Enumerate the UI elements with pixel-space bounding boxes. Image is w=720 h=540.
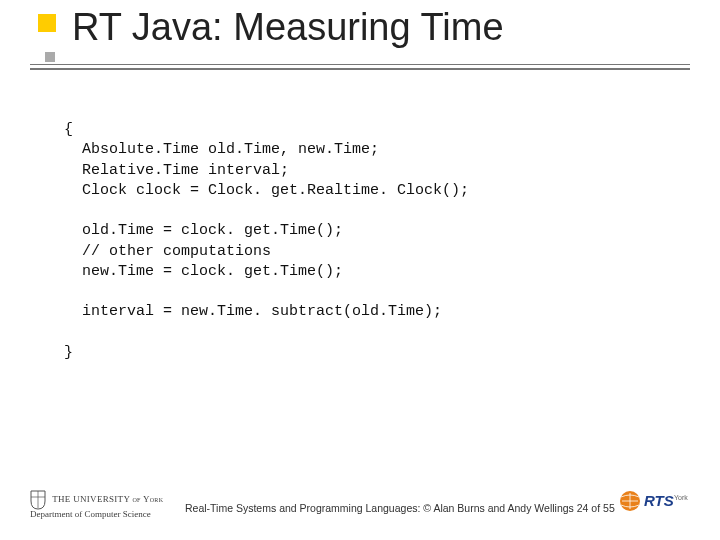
footer-text: Real-Time Systems and Programming Langua… bbox=[185, 502, 615, 514]
title-accent-square bbox=[38, 14, 56, 32]
footer: THE UNIVERSITY of York Department of Com… bbox=[20, 486, 700, 526]
code-line: Relative.Time interval; bbox=[64, 162, 289, 179]
code-block: { Absolute.Time old.Time, new.Time; Rela… bbox=[64, 120, 469, 363]
rts-logo-icon: RTS York bbox=[618, 486, 690, 516]
code-line: old.Time = clock. get.Time(); bbox=[64, 222, 343, 239]
university-name: THE UNIVERSITY of York bbox=[52, 494, 163, 504]
code-line: Clock clock = Clock. get.Realtime. Clock… bbox=[64, 182, 469, 199]
svg-text:RTS: RTS bbox=[644, 492, 674, 509]
title-underline-thick bbox=[30, 68, 690, 70]
code-line: { bbox=[64, 121, 73, 138]
shield-icon bbox=[30, 490, 46, 510]
code-line: interval = new.Time. subtract(old.Time); bbox=[64, 303, 442, 320]
slide-title: RT Java: Measuring Time bbox=[72, 6, 504, 49]
code-line: Absolute.Time old.Time, new.Time; bbox=[64, 141, 379, 158]
title-underline-thin bbox=[30, 64, 690, 65]
code-line: // other computations bbox=[64, 243, 271, 260]
code-line: new.Time = clock. get.Time(); bbox=[64, 263, 343, 280]
rts-logo: RTS York bbox=[618, 486, 690, 520]
svg-text:York: York bbox=[674, 494, 688, 501]
title-small-square bbox=[45, 52, 55, 62]
code-line: } bbox=[64, 344, 73, 361]
university-logo: THE UNIVERSITY of York Department of Com… bbox=[30, 490, 163, 520]
department-name: Department of Computer Science bbox=[30, 509, 151, 519]
